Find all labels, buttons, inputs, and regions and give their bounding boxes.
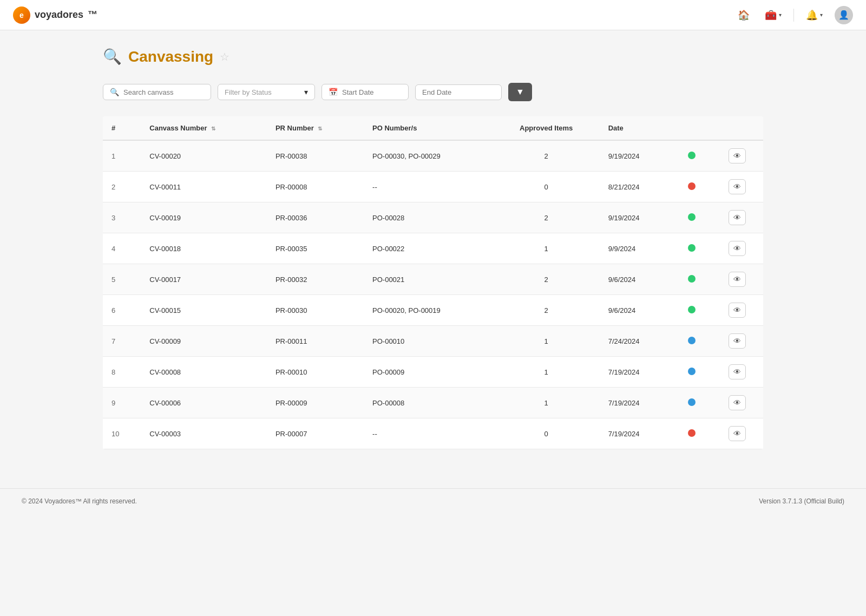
tools-icon: 🧰 [765, 9, 777, 21]
cell-action: 👁 [711, 172, 763, 202]
table-row: 4 CV-00018 PR-00035 PO-00022 1 9/9/2024 … [103, 233, 763, 264]
header-actions: 🏠 🧰 ▾ 🔔 ▾ 👤 [734, 6, 853, 24]
search-input[interactable] [123, 88, 199, 96]
cell-num: 3 [103, 202, 141, 233]
cell-approved: 1 [493, 233, 600, 264]
status-select[interactable]: Filter by Status Active Inactive [225, 88, 300, 96]
filter-button[interactable]: ▼ [508, 83, 532, 101]
view-button[interactable]: 👁 [729, 210, 746, 225]
table-row: 2 CV-00011 PR-00008 -- 0 8/21/2024 👁 [103, 172, 763, 202]
table-row: 3 CV-00019 PR-00036 PO-00028 2 9/19/2024… [103, 202, 763, 233]
view-button[interactable]: 👁 [729, 333, 746, 349]
app-footer: © 2024 Voyadores™ All rights reserved. V… [0, 488, 866, 514]
cell-date: 9/19/2024 [600, 202, 673, 233]
cell-num: 4 [103, 233, 141, 264]
cell-po: PO-00028 [364, 202, 493, 233]
canvass-table: # Canvass Number ⇅ PR Number ⇅ PO Number… [103, 116, 763, 449]
status-dot [688, 398, 696, 406]
cell-approved: 1 [493, 326, 600, 357]
logo-icon: e [13, 6, 30, 24]
cell-pr: PR-00010 [267, 357, 364, 388]
cell-action: 👁 [711, 295, 763, 326]
eye-icon: 👁 [733, 152, 741, 160]
view-button[interactable]: 👁 [729, 148, 746, 163]
cell-action: 👁 [711, 418, 763, 449]
copyright: © 2024 Voyadores™ All rights reserved. [22, 497, 137, 505]
cell-approved: 1 [493, 388, 600, 418]
view-button[interactable]: 👁 [729, 241, 746, 256]
cell-num: 5 [103, 264, 141, 295]
cell-action: 👁 [711, 388, 763, 418]
view-button[interactable]: 👁 [729, 364, 746, 379]
sort-pr-icon: ⇅ [318, 126, 322, 132]
cell-po: PO-00009 [364, 357, 493, 388]
cell-date: 7/19/2024 [600, 388, 673, 418]
eye-icon: 👁 [733, 337, 741, 345]
col-approved-items: Approved Items [493, 116, 600, 140]
col-pr-number[interactable]: PR Number ⇅ [267, 116, 364, 140]
cell-date: 7/24/2024 [600, 326, 673, 357]
cell-canvass: CV-00020 [141, 140, 267, 172]
cell-po: PO-00020, PO-00019 [364, 295, 493, 326]
home-icon: 🏠 [738, 9, 750, 21]
cell-action: 👁 [711, 233, 763, 264]
logo: e voyadores™ [13, 6, 97, 24]
cell-status [673, 418, 711, 449]
cell-approved: 1 [493, 357, 600, 388]
status-dot [688, 275, 696, 283]
table-row: 9 CV-00006 PR-00009 PO-00008 1 7/19/2024… [103, 388, 763, 418]
cell-status [673, 233, 711, 264]
cell-pr: PR-00007 [267, 418, 364, 449]
eye-icon: 👁 [733, 306, 741, 314]
cell-num: 9 [103, 388, 141, 418]
tools-button[interactable]: 🧰 ▾ [762, 7, 785, 23]
end-date-input[interactable] [422, 88, 482, 96]
status-filter[interactable]: Filter by Status Active Inactive ▾ [218, 84, 315, 100]
filters-row: 🔍 Filter by Status Active Inactive ▾ 📅 ▼ [103, 83, 763, 101]
cell-po: -- [364, 418, 493, 449]
cell-canvass: CV-00019 [141, 202, 267, 233]
cell-num: 1 [103, 140, 141, 172]
cell-po: PO-00008 [364, 388, 493, 418]
eye-icon: 👁 [733, 213, 741, 222]
status-dot [688, 213, 696, 221]
view-button[interactable]: 👁 [729, 179, 746, 194]
cell-canvass: CV-00017 [141, 264, 267, 295]
cell-num: 7 [103, 326, 141, 357]
cell-status [673, 295, 711, 326]
cell-pr: PR-00009 [267, 388, 364, 418]
cell-num: 10 [103, 418, 141, 449]
eye-icon: 👁 [733, 275, 741, 284]
start-date-input[interactable] [342, 88, 402, 96]
col-canvass-number[interactable]: Canvass Number ⇅ [141, 116, 267, 140]
cell-date: 9/6/2024 [600, 295, 673, 326]
cell-status [673, 172, 711, 202]
favorite-star-icon[interactable]: ☆ [220, 50, 229, 63]
view-button[interactable]: 👁 [729, 395, 746, 410]
cell-action: 👁 [711, 326, 763, 357]
eye-icon: 👁 [733, 182, 741, 191]
cell-pr: PR-00036 [267, 202, 364, 233]
avatar[interactable]: 👤 [835, 6, 853, 24]
view-button[interactable]: 👁 [729, 303, 746, 318]
cell-approved: 2 [493, 202, 600, 233]
search-box: 🔍 [103, 84, 211, 100]
view-button[interactable]: 👁 [729, 272, 746, 287]
cell-pr: PR-00035 [267, 233, 364, 264]
home-button[interactable]: 🏠 [734, 7, 753, 23]
view-button[interactable]: 👁 [729, 426, 746, 441]
cell-status [673, 140, 711, 172]
table-row: 5 CV-00017 PR-00032 PO-00021 2 9/6/2024 … [103, 264, 763, 295]
cell-action: 👁 [711, 140, 763, 172]
tools-dropdown-icon: ▾ [779, 12, 782, 18]
cell-status [673, 202, 711, 233]
status-dot [688, 337, 696, 344]
notifications-button[interactable]: 🔔 ▾ [803, 7, 826, 23]
table-row: 6 CV-00015 PR-00030 PO-00020, PO-00019 2… [103, 295, 763, 326]
cell-status [673, 264, 711, 295]
version: Version 3.7.1.3 (Official Build) [759, 497, 844, 505]
cell-approved: 2 [493, 295, 600, 326]
eye-icon: 👁 [733, 368, 741, 376]
table-row: 10 CV-00003 PR-00007 -- 0 7/19/2024 👁 [103, 418, 763, 449]
cell-approved: 0 [493, 418, 600, 449]
